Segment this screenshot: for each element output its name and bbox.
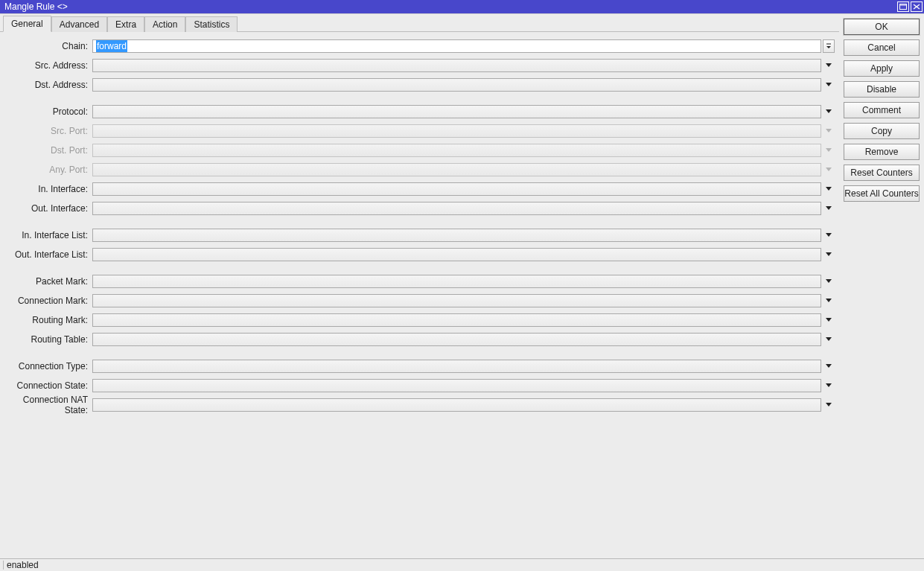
tab-action[interactable]: Action — [144, 16, 185, 32]
side-buttons: OK Cancel Apply Disable Comment Copy Rem… — [839, 14, 924, 558]
cancel-button[interactable]: Cancel — [844, 39, 920, 56]
ok-button[interactable]: OK — [844, 19, 920, 35]
svg-marker-19 — [826, 337, 832, 341]
routing-mark-input[interactable] — [92, 313, 821, 327]
in-interface-list-input[interactable] — [92, 229, 821, 242]
label-dst-port: Dst. Port: — [4, 145, 92, 156]
row-any-port: Any. Port: — [4, 162, 835, 178]
row-src-address: Src. Address: — [4, 57, 835, 74]
svg-marker-12 — [826, 187, 832, 191]
label-connection-nat-state: Connection NAT State: — [4, 395, 92, 415]
row-in-interface: In. Interface: — [4, 181, 835, 197]
row-out-interface-list: Out. Interface List: — [4, 246, 835, 263]
dst-port-expand-icon — [823, 144, 835, 157]
comment-button[interactable]: Comment — [844, 102, 920, 118]
svg-marker-17 — [826, 299, 832, 302]
tab-general[interactable]: General — [3, 16, 51, 32]
svg-marker-14 — [826, 233, 832, 237]
dst-address-expand-icon[interactable] — [823, 78, 835, 92]
any-port-expand-icon — [823, 163, 835, 176]
row-chain: Chain: forward — [4, 38, 835, 54]
label-connection-state: Connection State: — [4, 380, 92, 391]
row-connection-state: Connection State: — [4, 377, 835, 394]
connection-state-expand-icon[interactable] — [823, 379, 835, 392]
label-src-port: Src. Port: — [4, 126, 92, 136]
routing-table-expand-icon[interactable] — [823, 333, 835, 346]
connection-type-expand-icon[interactable] — [823, 360, 835, 373]
svg-marker-18 — [826, 318, 832, 322]
connection-mark-input[interactable] — [92, 294, 821, 307]
label-src-address: Src. Address: — [4, 60, 92, 71]
tab-extra[interactable]: Extra — [107, 16, 144, 32]
row-dst-port: Dst. Port: — [4, 142, 835, 159]
label-out-interface-list: Out. Interface List: — [4, 249, 92, 260]
label-in-interface-list: In. Interface List: — [4, 230, 92, 240]
protocol-expand-icon[interactable] — [823, 105, 835, 118]
label-chain: Chain: — [4, 41, 92, 51]
packet-mark-expand-icon[interactable] — [823, 275, 835, 288]
packet-mark-input[interactable] — [92, 275, 821, 288]
label-packet-mark: Packet Mark: — [4, 276, 92, 287]
label-protocol: Protocol: — [4, 106, 92, 117]
tab-bar: General Advanced Extra Action Statistics — [0, 14, 839, 32]
src-address-expand-icon[interactable] — [823, 59, 835, 72]
remove-button[interactable]: Remove — [844, 144, 920, 160]
routing-mark-expand-icon[interactable] — [823, 313, 835, 327]
status-text: enabled — [7, 560, 39, 570]
status-bar: enabled — [0, 558, 924, 571]
src-port-input — [92, 124, 821, 138]
connection-nat-state-expand-icon[interactable] — [823, 398, 835, 412]
label-dst-address: Dst. Address: — [4, 80, 92, 90]
svg-marker-20 — [826, 364, 832, 368]
svg-marker-6 — [826, 63, 832, 67]
maximize-icon[interactable] — [897, 1, 909, 12]
tab-statistics[interactable]: Statistics — [185, 16, 238, 32]
protocol-input[interactable] — [92, 105, 821, 118]
chain-input[interactable]: forward — [92, 39, 821, 53]
form-area: Chain: forward Src. Address: Dst. Addres… — [0, 32, 839, 558]
chain-dropdown-icon[interactable] — [823, 39, 835, 53]
label-routing-mark: Routing Mark: — [4, 315, 92, 325]
main-panel: General Advanced Extra Action Statistics… — [0, 14, 839, 558]
apply-button[interactable]: Apply — [844, 60, 920, 77]
out-interface-list-expand-icon[interactable] — [823, 248, 835, 261]
copy-button[interactable]: Copy — [844, 123, 920, 139]
svg-marker-22 — [826, 403, 832, 406]
reset-all-counters-button[interactable]: Reset All Counters — [844, 185, 920, 202]
src-address-input[interactable] — [92, 59, 821, 72]
disable-button[interactable]: Disable — [844, 81, 920, 98]
row-connection-mark: Connection Mark: — [4, 293, 835, 309]
content-area: General Advanced Extra Action Statistics… — [0, 13, 924, 558]
window-title: Mangle Rule <> — [4, 1, 896, 12]
close-icon[interactable] — [911, 1, 923, 12]
row-connection-type: Connection Type: — [4, 358, 835, 374]
svg-marker-13 — [826, 206, 832, 210]
svg-marker-21 — [826, 383, 832, 387]
label-in-interface: In. Interface: — [4, 184, 92, 194]
svg-marker-16 — [826, 279, 832, 283]
dst-address-input[interactable] — [92, 78, 821, 92]
in-interface-list-expand-icon[interactable] — [823, 229, 835, 242]
row-packet-mark: Packet Mark: — [4, 273, 835, 290]
out-interface-input[interactable] — [92, 202, 821, 215]
svg-marker-9 — [826, 129, 832, 133]
row-src-port: Src. Port: — [4, 123, 835, 139]
routing-table-input[interactable] — [92, 333, 821, 346]
row-out-interface: Out. Interface: — [4, 200, 835, 217]
out-interface-list-input[interactable] — [92, 248, 821, 261]
connection-state-input[interactable] — [92, 379, 821, 392]
svg-marker-15 — [826, 252, 832, 256]
reset-counters-button[interactable]: Reset Counters — [844, 165, 920, 181]
in-interface-expand-icon[interactable] — [823, 182, 835, 196]
tab-advanced[interactable]: Advanced — [51, 16, 107, 32]
row-routing-mark: Routing Mark: — [4, 312, 835, 328]
connection-nat-state-input[interactable] — [92, 398, 821, 412]
svg-marker-7 — [826, 83, 832, 86]
status-separator — [3, 561, 4, 570]
row-dst-address: Dst. Address: — [4, 77, 835, 93]
in-interface-input[interactable] — [92, 182, 821, 196]
connection-type-input[interactable] — [92, 360, 821, 373]
title-bar: Mangle Rule <> — [0, 0, 924, 13]
out-interface-expand-icon[interactable] — [823, 202, 835, 215]
connection-mark-expand-icon[interactable] — [823, 294, 835, 307]
